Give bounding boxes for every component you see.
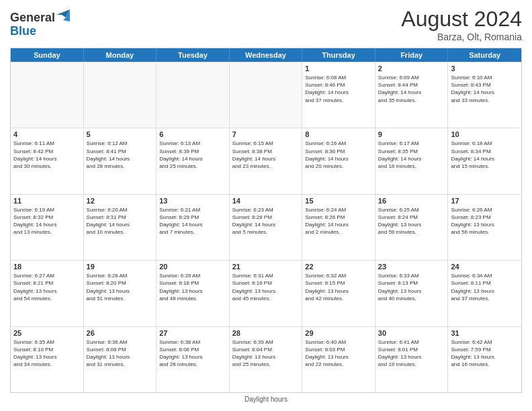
day-number: 15	[305, 197, 372, 205]
day-number: 4	[13, 130, 81, 138]
day-number: 11	[13, 197, 81, 205]
calendar-row-0: 1Sunrise: 6:08 AMSunset: 8:46 PMDaylight…	[11, 62, 521, 128]
day-number: 7	[232, 130, 300, 138]
day-number: 18	[13, 263, 81, 271]
cell-sun-info: Sunrise: 6:09 AMSunset: 8:44 PMDaylight:…	[378, 74, 445, 104]
calendar-cell: 21Sunrise: 6:31 AMSunset: 8:16 PMDayligh…	[230, 261, 303, 326]
day-number: 1	[305, 64, 372, 73]
logo-blue: Blue	[10, 24, 70, 38]
day-number: 9	[378, 130, 445, 138]
day-number: 12	[87, 197, 154, 205]
calendar-cell: 14Sunrise: 6:23 AMSunset: 8:28 PMDayligh…	[230, 195, 303, 260]
cell-sun-info: Sunrise: 6:08 AMSunset: 8:46 PMDaylight:…	[305, 74, 372, 104]
cell-sun-info: Sunrise: 6:33 AMSunset: 8:13 PMDaylight:…	[378, 272, 445, 302]
location: Barza, Olt, Romania	[401, 32, 522, 42]
day-number: 3	[451, 64, 519, 73]
day-number: 25	[13, 329, 81, 337]
calendar-cell: 30Sunrise: 6:41 AMSunset: 8:01 PMDayligh…	[375, 327, 449, 392]
calendar-cell: 6Sunrise: 6:13 AMSunset: 8:39 PMDaylight…	[157, 128, 230, 193]
calendar-cell	[157, 62, 230, 128]
day-number: 8	[305, 130, 372, 138]
cell-sun-info: Sunrise: 6:21 AMSunset: 8:29 PMDaylight:…	[159, 206, 226, 236]
calendar-cell: 1Sunrise: 6:08 AMSunset: 8:46 PMDaylight…	[302, 62, 375, 128]
header-sunday: Sunday	[11, 48, 84, 62]
calendar-cell: 12Sunrise: 6:20 AMSunset: 8:31 PMDayligh…	[84, 195, 157, 260]
cell-sun-info: Sunrise: 6:17 AMSunset: 8:35 PMDaylight:…	[378, 140, 445, 170]
day-number: 31	[451, 329, 519, 337]
day-number: 27	[159, 329, 226, 337]
calendar-cell: 4Sunrise: 6:11 AMSunset: 8:42 PMDaylight…	[11, 128, 84, 193]
calendar-cell: 17Sunrise: 6:26 AMSunset: 8:23 PMDayligh…	[448, 195, 521, 260]
cell-sun-info: Sunrise: 6:26 AMSunset: 8:23 PMDaylight:…	[451, 206, 519, 236]
header-saturday: Saturday	[448, 48, 521, 62]
cell-sun-info: Sunrise: 6:19 AMSunset: 8:32 PMDaylight:…	[13, 206, 81, 236]
cell-sun-info: Sunrise: 6:29 AMSunset: 8:18 PMDaylight:…	[159, 272, 226, 302]
cell-sun-info: Sunrise: 6:20 AMSunset: 8:31 PMDaylight:…	[87, 206, 154, 236]
calendar-cell: 15Sunrise: 6:24 AMSunset: 8:26 PMDayligh…	[302, 195, 375, 260]
calendar-cell	[84, 62, 157, 128]
cell-sun-info: Sunrise: 6:34 AMSunset: 8:11 PMDaylight:…	[451, 272, 519, 302]
cell-sun-info: Sunrise: 6:31 AMSunset: 8:16 PMDaylight:…	[232, 272, 300, 302]
header-thursday: Thursday	[302, 48, 375, 62]
cell-sun-info: Sunrise: 6:32 AMSunset: 8:15 PMDaylight:…	[305, 272, 372, 302]
day-number: 16	[378, 197, 445, 205]
header-monday: Monday	[84, 48, 157, 62]
calendar-cell: 24Sunrise: 6:34 AMSunset: 8:11 PMDayligh…	[448, 261, 521, 326]
calendar-cell: 8Sunrise: 6:16 AMSunset: 8:36 PMDaylight…	[302, 128, 375, 193]
logo-general: General	[10, 11, 55, 25]
calendar-cell: 11Sunrise: 6:19 AMSunset: 8:32 PMDayligh…	[11, 195, 84, 260]
header-wednesday: Wednesday	[230, 48, 303, 62]
calendar-header: Sunday Monday Tuesday Wednesday Thursday…	[11, 48, 521, 62]
day-number: 28	[232, 329, 300, 337]
cell-sun-info: Sunrise: 6:28 AMSunset: 8:20 PMDaylight:…	[87, 272, 154, 302]
cell-sun-info: Sunrise: 6:24 AMSunset: 8:26 PMDaylight:…	[305, 206, 372, 236]
day-number: 30	[378, 329, 445, 337]
calendar: Sunday Monday Tuesday Wednesday Thursday…	[10, 48, 522, 393]
day-number: 2	[378, 64, 445, 73]
day-number: 24	[451, 263, 519, 271]
footer-note: Daylight hours	[10, 393, 522, 404]
cell-sun-info: Sunrise: 6:23 AMSunset: 8:28 PMDaylight:…	[232, 206, 300, 236]
logo: General Blue	[10, 9, 70, 38]
cell-sun-info: Sunrise: 6:11 AMSunset: 8:42 PMDaylight:…	[13, 140, 81, 170]
calendar-cell: 10Sunrise: 6:18 AMSunset: 8:34 PMDayligh…	[448, 128, 521, 193]
cell-sun-info: Sunrise: 6:35 AMSunset: 8:10 PMDaylight:…	[13, 338, 81, 369]
day-number: 22	[305, 263, 372, 271]
calendar-cell: 16Sunrise: 6:25 AMSunset: 8:24 PMDayligh…	[375, 195, 449, 260]
calendar-row-3: 18Sunrise: 6:27 AMSunset: 8:21 PMDayligh…	[11, 260, 521, 326]
cell-sun-info: Sunrise: 6:12 AMSunset: 8:41 PMDaylight:…	[87, 140, 154, 170]
calendar-cell: 5Sunrise: 6:12 AMSunset: 8:41 PMDaylight…	[84, 128, 157, 193]
cell-sun-info: Sunrise: 6:16 AMSunset: 8:36 PMDaylight:…	[305, 140, 372, 170]
calendar-cell: 28Sunrise: 6:39 AMSunset: 8:04 PMDayligh…	[230, 327, 303, 392]
day-number: 13	[159, 197, 226, 205]
calendar-row-1: 4Sunrise: 6:11 AMSunset: 8:42 PMDaylight…	[11, 128, 521, 193]
day-number: 20	[159, 263, 226, 271]
day-number: 10	[451, 130, 519, 138]
calendar-cell: 25Sunrise: 6:35 AMSunset: 8:10 PMDayligh…	[11, 327, 84, 392]
calendar-cell: 20Sunrise: 6:29 AMSunset: 8:18 PMDayligh…	[157, 261, 230, 326]
day-number: 29	[305, 329, 372, 337]
header-tuesday: Tuesday	[157, 48, 230, 62]
calendar-cell: 26Sunrise: 6:36 AMSunset: 8:08 PMDayligh…	[84, 327, 157, 392]
cell-sun-info: Sunrise: 6:13 AMSunset: 8:39 PMDaylight:…	[159, 140, 226, 170]
calendar-cell: 31Sunrise: 6:42 AMSunset: 7:59 PMDayligh…	[448, 327, 521, 392]
calendar-body: 1Sunrise: 6:08 AMSunset: 8:46 PMDaylight…	[11, 62, 521, 392]
cell-sun-info: Sunrise: 6:18 AMSunset: 8:34 PMDaylight:…	[451, 140, 519, 170]
cell-sun-info: Sunrise: 6:42 AMSunset: 7:59 PMDaylight:…	[451, 338, 519, 369]
calendar-cell	[11, 62, 84, 128]
calendar-cell: 7Sunrise: 6:15 AMSunset: 8:38 PMDaylight…	[230, 128, 303, 193]
cell-sun-info: Sunrise: 6:36 AMSunset: 8:08 PMDaylight:…	[87, 338, 154, 369]
cell-sun-info: Sunrise: 6:27 AMSunset: 8:21 PMDaylight:…	[13, 272, 81, 302]
calendar-cell: 27Sunrise: 6:38 AMSunset: 8:06 PMDayligh…	[157, 327, 230, 392]
calendar-cell: 3Sunrise: 6:10 AMSunset: 8:43 PMDaylight…	[448, 62, 521, 128]
calendar-cell: 29Sunrise: 6:40 AMSunset: 8:03 PMDayligh…	[302, 327, 375, 392]
cell-sun-info: Sunrise: 6:38 AMSunset: 8:06 PMDaylight:…	[159, 338, 226, 369]
cell-sun-info: Sunrise: 6:40 AMSunset: 8:03 PMDaylight:…	[305, 338, 372, 369]
calendar-cell	[230, 62, 303, 128]
calendar-row-4: 25Sunrise: 6:35 AMSunset: 8:10 PMDayligh…	[11, 326, 521, 392]
title-block: August 2024 Barza, Olt, Romania	[401, 7, 522, 42]
header: General Blue August 2024 Barza, Olt, Rom…	[10, 7, 522, 42]
day-number: 17	[451, 197, 519, 205]
calendar-cell: 18Sunrise: 6:27 AMSunset: 8:21 PMDayligh…	[11, 261, 84, 326]
day-number: 14	[232, 197, 300, 205]
